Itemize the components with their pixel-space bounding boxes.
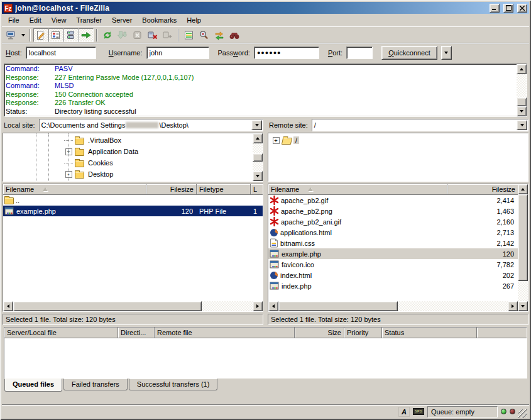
resize-grip[interactable] <box>518 409 527 418</box>
column-header-status[interactable]: Status <box>382 328 477 338</box>
column-header-filesize[interactable]: Filesize <box>447 184 518 195</box>
tab-successful-transfers[interactable]: Successful transfers (1) <box>129 379 218 390</box>
close-button[interactable] <box>517 4 527 13</box>
file-row-example-php[interactable]: example.php 120 PHP File 1 <box>3 206 263 216</box>
host-input[interactable] <box>26 47 96 59</box>
scrollbar-right-button[interactable] <box>508 301 518 311</box>
local-path-dropdown[interactable] <box>251 120 262 130</box>
file-row[interactable]: apache_pb2.png 1,463 <box>268 206 518 216</box>
toggle-queue-button[interactable] <box>79 28 94 42</box>
menu-file[interactable]: File <box>3 14 25 26</box>
log-scrollbar[interactable] <box>517 64 527 116</box>
column-header-priority[interactable]: Priority <box>344 328 382 338</box>
scrollbar-down-button[interactable] <box>518 301 528 311</box>
find-files-button[interactable] <box>227 28 242 42</box>
minimize-button[interactable] <box>490 4 500 13</box>
column-header-filetype[interactable]: Filetype <box>197 184 251 195</box>
tab-queued-files[interactable]: Queued files <box>4 379 62 392</box>
menu-edit[interactable]: Edit <box>25 14 47 26</box>
local-list-hscrollbar[interactable] <box>3 301 263 311</box>
scrollbar-down-button[interactable] <box>253 171 263 181</box>
menu-help[interactable]: Help <box>182 14 206 26</box>
port-input[interactable] <box>346 47 373 59</box>
speed-limit-icon[interactable]: SPD <box>413 408 424 415</box>
refresh-button[interactable] <box>100 28 115 42</box>
tree-item-desktop[interactable]: - Desktop <box>3 169 253 180</box>
reconnect-button[interactable] <box>160 28 175 42</box>
file-row-example-php[interactable]: example.php 120 <box>268 248 518 259</box>
disconnect-button[interactable] <box>145 28 160 42</box>
username-input[interactable] <box>146 47 209 59</box>
scrollbar-thumb[interactable] <box>517 97 527 106</box>
log-line: Response:226 Transfer OK <box>6 99 516 108</box>
cancel-operation-button[interactable] <box>130 28 145 42</box>
quickconnect-dropdown[interactable] <box>441 46 452 60</box>
column-header-filename[interactable]: Filename <box>3 184 146 195</box>
tree-item-cookies[interactable]: Cookies <box>3 157 253 169</box>
tree-expand-button[interactable]: + <box>273 137 280 144</box>
file-row[interactable]: apache_pb2.gif 2,414 <box>268 195 518 206</box>
column-header-filesize[interactable]: Filesize <box>146 184 197 195</box>
column-header-lastmodified[interactable]: L <box>251 184 263 195</box>
file-row[interactable]: index.html 202 <box>268 270 518 280</box>
password-input[interactable] <box>254 47 319 59</box>
remote-list-hscrollbar[interactable] <box>268 301 518 311</box>
tree-expand-button[interactable]: + <box>65 148 72 155</box>
directory-comparison-button[interactable] <box>197 28 212 42</box>
toggle-remote-tree-button[interactable] <box>63 28 79 42</box>
file-row[interactable]: applications.html 2,713 <box>268 227 518 238</box>
queue-header: Server/Local file Directi... Remote file… <box>4 328 527 338</box>
scrollbar-left-button[interactable] <box>268 301 278 311</box>
scrollbar-right-button[interactable] <box>253 301 263 311</box>
remote-list-scrollbar[interactable] <box>518 184 528 311</box>
tree-item-root[interactable]: + / <box>268 135 528 146</box>
scrollbar-thumb[interactable] <box>253 153 263 162</box>
file-row[interactable]: favicon.ico 7,782 <box>268 259 518 270</box>
app-icon[interactable]: Fz <box>4 4 13 13</box>
menu-transfer[interactable]: Transfer <box>71 14 107 26</box>
file-row[interactable]: bitnami.css 2,142 <box>268 238 518 248</box>
scrollbar-down-button[interactable] <box>517 106 527 116</box>
scrollbar-thumb[interactable] <box>13 301 202 311</box>
queue-tabs: Queued files Failed transfers Successful… <box>4 379 527 392</box>
column-header-filename[interactable]: Filename <box>268 184 447 195</box>
scrollbar-thumb[interactable] <box>278 301 398 311</box>
remote-site-row: Remote site: / <box>268 119 528 131</box>
menu-view[interactable]: View <box>47 14 72 26</box>
site-manager-dropdown[interactable] <box>19 28 27 42</box>
scrollbar-up-button[interactable] <box>518 184 528 194</box>
toggle-local-tree-button[interactable] <box>48 28 63 42</box>
toolbar-separator <box>30 29 31 41</box>
directory-filters-button[interactable] <box>182 28 197 42</box>
local-path-combobox[interactable]: C:\Documents and Settings\Desktop\ <box>39 119 263 131</box>
scrollbar-up-button[interactable] <box>253 133 263 143</box>
maximize-button[interactable] <box>503 4 513 13</box>
remote-path-combobox[interactable]: / <box>312 119 528 131</box>
file-row[interactable]: index.php 267 <box>268 280 518 291</box>
local-file-list: Filename Filesize Filetype L .. example.… <box>3 184 263 312</box>
scrollbar-left-button[interactable] <box>3 301 13 311</box>
column-header-remote-file[interactable]: Remote file <box>155 328 295 338</box>
column-header-size[interactable]: Size <box>295 328 344 338</box>
tree-item-application-data[interactable]: + Application Data <box>3 146 253 157</box>
column-header-server-local-file[interactable]: Server/Local file <box>4 328 118 338</box>
menu-server[interactable]: Server <box>107 14 137 26</box>
process-queue-button[interactable] <box>115 28 130 42</box>
column-header-direction[interactable]: Directi... <box>118 328 155 338</box>
file-row[interactable]: apache_pb2_ani.gif 2,160 <box>268 216 518 227</box>
tab-failed-transfers[interactable]: Failed transfers <box>63 379 128 390</box>
tree-collapse-button[interactable]: - <box>65 171 72 178</box>
scrollbar-thumb[interactable] <box>518 194 528 281</box>
menu-bookmarks[interactable]: Bookmarks <box>137 14 182 26</box>
transfer-type-ascii-icon[interactable]: A <box>398 407 410 417</box>
scrollbar-up-button[interactable] <box>517 64 527 74</box>
remote-path-dropdown[interactable] <box>517 120 527 130</box>
file-row-parent-dir[interactable]: .. <box>3 195 263 206</box>
quickconnect-button[interactable]: Quickconnect <box>381 46 437 60</box>
synchronized-browsing-button[interactable] <box>212 28 227 42</box>
site-manager-button[interactable] <box>4 28 19 42</box>
toggle-message-log-button[interactable] <box>33 28 48 42</box>
arrow-left-icon <box>7 304 9 308</box>
tree-item-virtualbox[interactable]: .VirtualBox <box>3 135 253 146</box>
local-tree-scrollbar[interactable] <box>253 133 263 181</box>
